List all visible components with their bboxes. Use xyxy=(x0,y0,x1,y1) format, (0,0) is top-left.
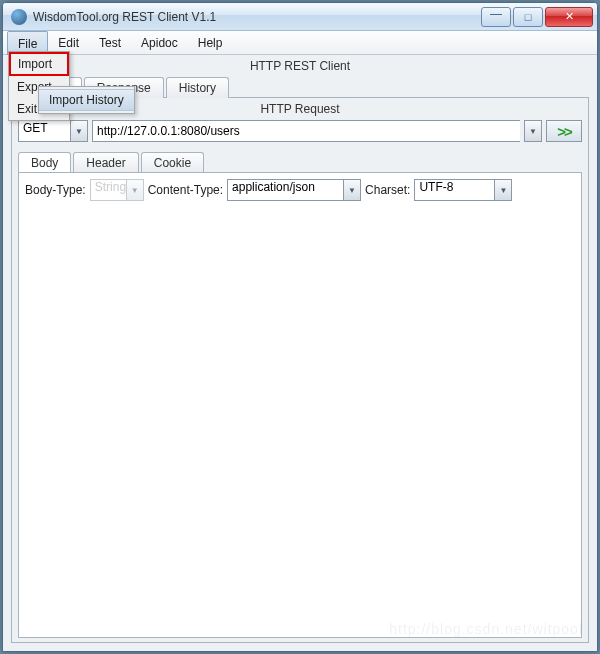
menu-test[interactable]: Test xyxy=(89,31,131,54)
import-submenu: Import History xyxy=(38,86,135,114)
body-type-value: String xyxy=(90,179,126,201)
body-textarea[interactable] xyxy=(25,207,575,631)
send-button[interactable]: >> xyxy=(546,120,582,142)
charset-label: Charset: xyxy=(365,183,410,197)
menu-apidoc[interactable]: Apidoc xyxy=(131,31,188,54)
method-dropdown-icon[interactable]: ▼ xyxy=(70,120,88,142)
main-title: HTTP REST Client xyxy=(5,57,595,77)
content-area: HTTP REST Client Request Response Histor… xyxy=(3,55,597,651)
maximize-button[interactable]: □ xyxy=(513,7,543,27)
file-menu-import[interactable]: Import xyxy=(9,52,69,76)
body-type-dropdown-icon: ▼ xyxy=(126,179,144,201)
submenu-import-history[interactable]: Import History xyxy=(39,89,134,111)
content-type-dropdown-icon[interactable]: ▼ xyxy=(343,179,361,201)
charset-dropdown-icon[interactable]: ▼ xyxy=(494,179,512,201)
titlebar[interactable]: WisdomTool.org REST Client V1.1 — □ ✕ xyxy=(3,3,597,31)
charset-select[interactable]: UTF-8 ▼ xyxy=(414,179,512,201)
method-value[interactable]: GET xyxy=(18,120,70,142)
minimize-button[interactable]: — xyxy=(481,7,511,27)
tab-body[interactable]: Body xyxy=(18,152,71,173)
body-tabs: Body Header Cookie xyxy=(18,152,582,173)
close-button[interactable]: ✕ xyxy=(545,7,593,27)
menu-help[interactable]: Help xyxy=(188,31,233,54)
content-type-value[interactable]: application/json xyxy=(227,179,343,201)
body-controls: Body-Type: String ▼ Content-Type: applic… xyxy=(25,179,575,201)
url-history-dropdown-icon[interactable]: ▼ xyxy=(524,120,542,142)
window-controls: — □ ✕ xyxy=(479,7,593,27)
charset-value[interactable]: UTF-8 xyxy=(414,179,494,201)
menubar: File Edit Test Apidoc Help xyxy=(3,31,597,55)
url-row: GET ▼ ▼ >> xyxy=(18,120,582,142)
tab-cookie[interactable]: Cookie xyxy=(141,152,204,173)
tab-history[interactable]: History xyxy=(166,77,229,98)
method-select[interactable]: GET ▼ xyxy=(18,120,88,142)
window-title: WisdomTool.org REST Client V1.1 xyxy=(33,10,479,24)
body-panel: Body-Type: String ▼ Content-Type: applic… xyxy=(18,172,582,638)
tab-header[interactable]: Header xyxy=(73,152,138,173)
app-window: WisdomTool.org REST Client V1.1 — □ ✕ Fi… xyxy=(2,2,598,652)
app-icon xyxy=(11,9,27,25)
body-type-select: String ▼ xyxy=(90,179,144,201)
url-input[interactable] xyxy=(92,120,520,142)
body-type-label: Body-Type: xyxy=(25,183,86,197)
request-panel: HTTP Request GET ▼ ▼ >> Body Header Cook… xyxy=(11,97,589,643)
content-type-select[interactable]: application/json ▼ xyxy=(227,179,361,201)
content-type-label: Content-Type: xyxy=(148,183,223,197)
